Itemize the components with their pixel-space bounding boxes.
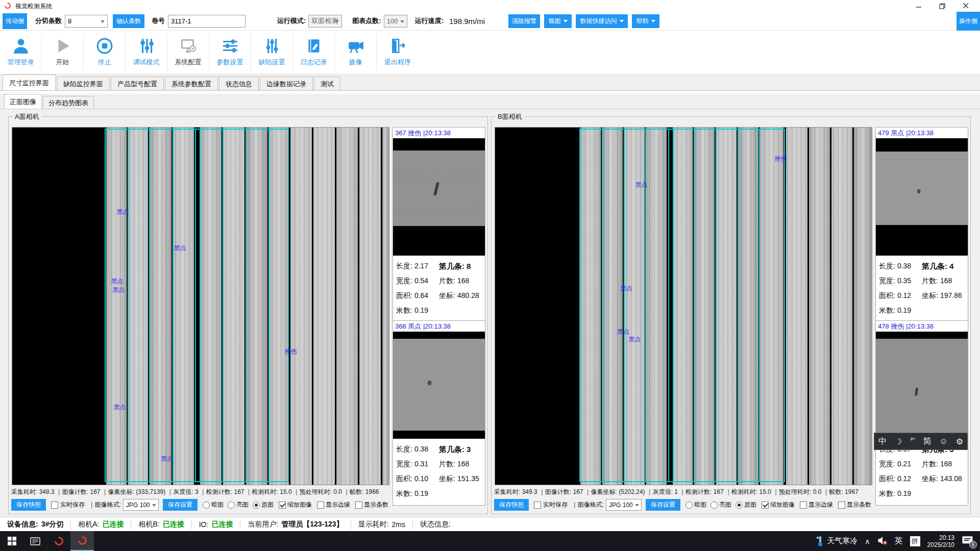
windows-logo-icon — [8, 537, 16, 545]
tab-size-monitor[interactable]: 尺寸监控界面 — [3, 74, 56, 90]
taskbar-app-button-active[interactable] — [70, 531, 94, 551]
sub-tab-bar: 正面图像 分布趋势图表 — [0, 94, 980, 109]
start-button[interactable] — [0, 531, 23, 551]
ime-fullwidth-icon[interactable]: ☽ — [895, 437, 902, 446]
bright-image-radio[interactable] — [228, 502, 235, 509]
param-settings-button[interactable]: 参数设置 — [209, 34, 251, 71]
original-image-radio[interactable] — [736, 502, 743, 509]
chevron-down-icon — [101, 20, 105, 23]
bright-image-radio[interactable] — [710, 502, 718, 509]
io-status-segment: IO:已连接 — [192, 519, 241, 530]
confirm-count-button[interactable]: 确认条数 — [113, 14, 144, 28]
notification-center-button[interactable]: 6 — [962, 536, 975, 547]
camera-b-save-row: 保存快照 实时保存 ｜图像格式: JPG 100 保存设置 暗图 亮图 原图 缩… — [494, 498, 873, 512]
tab-system-params[interactable]: 系统参数配置 — [165, 77, 218, 90]
chevron-down-icon — [152, 504, 156, 507]
exit-program-button[interactable]: 退出程序 — [377, 34, 419, 71]
save-snapshot-button[interactable]: 保存快照 — [494, 499, 529, 511]
tab-defect-monitor[interactable]: 缺陷监控界面 — [57, 77, 110, 90]
clock-time: 20:13 — [927, 534, 954, 541]
ime-language-indicator[interactable]: 英 — [895, 536, 903, 546]
show-edges-checkbox[interactable] — [317, 502, 324, 509]
volume-muted-icon[interactable] — [877, 536, 888, 546]
start-button[interactable]: 开始 — [42, 34, 84, 71]
show-strips-label: 显示条数 — [847, 500, 871, 509]
zoom-image-label: 缩放图像 — [287, 500, 312, 509]
dark-image-radio[interactable] — [203, 502, 210, 509]
tab-test[interactable]: 测试 — [314, 77, 340, 90]
camera-a-info-line: 采集耗时: 348.3 ｜图像计数: 167 ｜像素坐标: (333,7139)… — [11, 488, 390, 496]
save-settings-button[interactable]: 保存设置 — [163, 499, 198, 511]
subtab-trend-chart[interactable]: 分布趋势图表 — [43, 96, 94, 109]
camera-b-connected-badge: 已连接 — [163, 520, 184, 529]
stop-button[interactable]: 停止 — [84, 34, 126, 71]
io-connected-badge: 已连接 — [211, 520, 233, 529]
defect-card[interactable]: 478 挫伤 |20:13:38 长度:0.57 宽度:0.21 面积:0.12… — [875, 320, 968, 506]
slit-count-select[interactable]: 8 — [65, 15, 108, 28]
log-record-button[interactable]: 日志记录 — [293, 34, 335, 71]
film-band — [393, 339, 485, 431]
clear-alarm-button[interactable]: 清除报警 — [508, 14, 540, 28]
defect-overlay-label: 黑点 — [617, 328, 629, 336]
chevron-down-icon — [620, 20, 624, 22]
show-strips-checkbox[interactable] — [838, 502, 845, 509]
subtab-front-image[interactable]: 正面图像 — [4, 94, 42, 109]
realtime-save-checkbox[interactable] — [51, 502, 58, 509]
dark-image-radio[interactable] — [685, 502, 693, 509]
zoom-image-checkbox[interactable] — [279, 502, 286, 509]
save-snapshot-button[interactable]: 保存快照 — [11, 499, 46, 511]
drive-side-button[interactable]: 传动侧 — [3, 13, 27, 29]
view-menu-button[interactable]: 视图 — [544, 14, 572, 28]
ime-emoji-icon[interactable]: ☺ — [940, 437, 948, 446]
show-edges-checkbox[interactable] — [800, 502, 807, 509]
run-mode-select[interactable]: 双面检测 — [308, 15, 342, 28]
run-speed-value: 198.9m/mi — [446, 16, 488, 27]
ime-mode-button[interactable]: 中 — [878, 436, 887, 447]
taskbar-app-button[interactable] — [47, 531, 70, 551]
ime-simplified-button[interactable]: 简 — [923, 436, 932, 447]
defect-card[interactable]: 366 黑点 |20:13:38 长度:0.38 宽度:0.31 面积:0.10… — [393, 320, 485, 506]
camera-b-image[interactable]: 挫伤 黑点 黑点 黑点 黑点 — [495, 127, 872, 485]
roll-number-input[interactable] — [168, 15, 246, 28]
operator-side-button[interactable]: 操作侧 — [957, 12, 980, 31]
zoom-image-checkbox[interactable] — [762, 502, 769, 509]
tab-edge-data[interactable]: 边缘数据记录 — [260, 77, 313, 90]
defect-card[interactable]: 479 黑点 |20:13:38 长度:0.38 宽度:0.35 面积:0.12… — [875, 127, 968, 322]
image-format-select[interactable]: JPG 100 — [606, 499, 642, 511]
ime-settings-gear-icon[interactable]: ⚙ — [956, 437, 963, 446]
system-config-button[interactable]: 系统配置 — [167, 34, 209, 71]
image-format-select[interactable]: JPG 100 — [123, 499, 159, 511]
debug-mode-button[interactable]: 调试模式 — [126, 34, 167, 71]
realtime-save-label: 实时保存 — [543, 500, 568, 509]
param-settings-icon — [220, 36, 240, 56]
restore-button[interactable] — [930, 0, 953, 12]
task-view-button[interactable] — [23, 531, 47, 551]
tray-expand-chevron[interactable]: ∧ — [865, 537, 870, 545]
chart-points-select[interactable]: 100 — [384, 15, 407, 28]
camera-a-image[interactable]: 黑点 黑点 黑点 黑点 挫伤 黑点 黑点 — [12, 127, 389, 485]
show-strips-checkbox[interactable] — [355, 502, 362, 509]
realtime-save-checkbox[interactable] — [534, 502, 541, 509]
help-menu-button[interactable]: 帮助 — [632, 14, 659, 28]
original-image-label: 原图 — [261, 500, 274, 509]
tab-product-config[interactable]: 产品型号配置 — [111, 77, 164, 90]
defect-header: 366 黑点 |20:13:38 — [393, 321, 485, 332]
ime-punctuation-icon[interactable]: °’ — [910, 437, 915, 446]
data-access-menu-button[interactable]: 数据快捷访问 — [576, 14, 628, 28]
original-image-radio[interactable] — [253, 502, 260, 509]
taskbar-clock[interactable]: 20:13 2025/2/10 — [927, 534, 954, 548]
weather-widget[interactable]: 天气寒冷 — [817, 536, 857, 547]
defect-settings-button[interactable]: 缺陷设置 — [251, 34, 293, 71]
defect-overlay-label: 黑点 — [114, 403, 126, 412]
minimize-button[interactable] — [908, 0, 930, 12]
admin-login-icon — [11, 36, 31, 56]
admin-login-button[interactable]: 管理登录 — [0, 34, 42, 71]
ime-pinyin-badge[interactable]: 拼 — [910, 536, 920, 546]
close-button[interactable] — [954, 0, 977, 12]
defect-thumbnail — [876, 138, 968, 256]
film-band — [393, 151, 485, 226]
defect-card[interactable]: 367 挫伤 |20:13:38 长度:2.17 宽度:0.54 面积:0.64… — [393, 127, 485, 322]
tab-status-info[interactable]: 状态信息 — [219, 77, 259, 90]
capture-camera-button[interactable]: 摄像 — [335, 34, 377, 71]
save-settings-button[interactable]: 保存设置 — [646, 499, 680, 511]
